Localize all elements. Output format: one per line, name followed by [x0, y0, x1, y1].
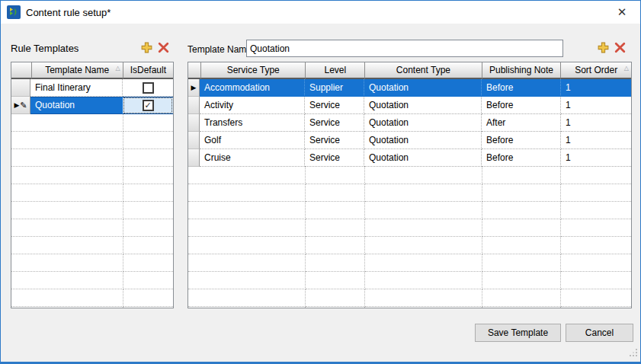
rule-templates-grid: Template Name △ IsDefault Final Itinerar…: [11, 62, 174, 308]
template-name-cell[interactable]: Quotation: [30, 97, 123, 114]
title-bar: Content rule setup* ✕: [1, 1, 640, 24]
column-header-sort-order[interactable]: Sort Order △: [561, 62, 631, 79]
column-header-level[interactable]: Level: [306, 62, 365, 79]
empty-row: [11, 307, 173, 308]
sort-order-cell[interactable]: 1: [561, 114, 631, 132]
publishing-note-cell[interactable]: Before: [482, 149, 561, 167]
level-cell[interactable]: Service: [305, 149, 364, 167]
empty-row: [188, 289, 631, 307]
column-header-label: Level: [324, 65, 346, 75]
content-rule-setup-dialog: Content rule setup* ✕ Rule Templates Tem…: [0, 0, 641, 364]
empty-row: [11, 114, 173, 132]
resize-grip[interactable]: [630, 349, 638, 359]
row-header[interactable]: [11, 79, 30, 97]
table-row-golf[interactable]: Golf Service Quotation Before 1: [188, 132, 631, 149]
empty-row: [11, 149, 173, 167]
publishing-note-cell[interactable]: Before: [482, 97, 561, 114]
column-header-publishing-note[interactable]: Publishing Note: [482, 62, 562, 79]
template-name-label: Template Name:: [187, 44, 254, 55]
empty-row: [11, 132, 173, 149]
content-type-cell[interactable]: Quotation: [364, 97, 482, 114]
row-header[interactable]: ▶: [188, 79, 200, 97]
row-selector-header: [11, 62, 32, 79]
current-row-icon: ▶: [191, 85, 197, 91]
service-type-cell[interactable]: Accommodation: [200, 79, 305, 97]
publishing-note-cell[interactable]: After: [482, 114, 561, 132]
isdefault-cell[interactable]: ✓: [123, 79, 173, 97]
save-template-button[interactable]: Save Template: [475, 324, 561, 342]
add-rule-icon[interactable]: [597, 41, 610, 54]
empty-row: [11, 237, 173, 254]
table-row-activity[interactable]: Activity Service Quotation Before 1: [188, 97, 631, 114]
service-type-cell[interactable]: Golf: [200, 132, 305, 149]
sort-order-cell[interactable]: 1: [561, 97, 631, 114]
edit-pencil-icon: ✎: [20, 101, 27, 110]
level-cell[interactable]: Service: [305, 97, 364, 114]
add-template-icon[interactable]: [140, 41, 153, 54]
column-header-label: IsDefault: [130, 65, 166, 75]
empty-row: [188, 184, 631, 202]
content-rules-grid-header: Service Type Level Content Type Publishi…: [188, 62, 631, 79]
empty-row: [11, 202, 173, 219]
service-type-cell[interactable]: Activity: [200, 97, 305, 114]
publishing-note-cell[interactable]: Before: [482, 79, 561, 97]
content-type-cell[interactable]: Quotation: [364, 132, 482, 149]
rule-templates-grid-header: Template Name △ IsDefault: [11, 62, 173, 79]
empty-row: [188, 237, 631, 254]
column-header-label: Content Type: [396, 65, 450, 75]
column-header-label: Publishing Note: [489, 65, 553, 75]
column-header-template-name[interactable]: Template Name △: [32, 62, 123, 79]
row-header[interactable]: ▶ ✎: [11, 97, 30, 114]
sort-ascending-icon: △: [624, 65, 629, 72]
delete-template-icon[interactable]: [157, 41, 170, 54]
row-header[interactable]: [188, 97, 200, 114]
publishing-note-cell[interactable]: Before: [482, 132, 561, 149]
row-header[interactable]: [188, 114, 200, 132]
row-header[interactable]: [188, 132, 200, 149]
content-type-cell[interactable]: Quotation: [364, 149, 482, 167]
column-header-service-type[interactable]: Service Type: [201, 62, 306, 79]
isdefault-checkbox[interactable]: ✓: [143, 100, 154, 111]
sort-order-cell[interactable]: 1: [561, 79, 631, 97]
level-cell[interactable]: Service: [305, 114, 364, 132]
empty-row: [11, 272, 173, 289]
service-type-cell[interactable]: Transfers: [200, 114, 305, 132]
close-icon[interactable]: ✕: [611, 4, 633, 21]
template-name-cell[interactable]: Final Itinerary: [30, 79, 123, 97]
row-header[interactable]: [188, 149, 200, 167]
sort-order-cell[interactable]: 1: [561, 132, 631, 149]
level-cell[interactable]: Supplier: [305, 79, 364, 97]
cancel-button[interactable]: Cancel: [566, 324, 633, 342]
content-type-cell[interactable]: Quotation: [364, 114, 482, 132]
empty-row: [188, 167, 631, 184]
table-row-quotation[interactable]: ▶ ✎ Quotation ✓: [11, 97, 173, 114]
table-row-transfers[interactable]: Transfers Service Quotation After 1: [188, 114, 631, 132]
window-title: Content rule setup*: [26, 7, 111, 18]
empty-row: [188, 254, 631, 272]
content-type-cell[interactable]: Quotation: [364, 79, 482, 97]
table-row-cruise[interactable]: Cruise Service Quotation Before 1: [188, 149, 631, 167]
column-header-content-type[interactable]: Content Type: [365, 62, 482, 79]
app-logo-icon: [7, 5, 21, 19]
content-rules-grid: Service Type Level Content Type Publishi…: [187, 62, 632, 308]
empty-row: [188, 202, 631, 219]
empty-row: [188, 219, 631, 237]
level-cell[interactable]: Service: [305, 132, 364, 149]
empty-row: [11, 254, 173, 272]
table-row-final-itinerary[interactable]: Final Itinerary ✓: [11, 79, 173, 97]
sort-ascending-icon: △: [115, 65, 120, 72]
column-header-label: Sort Order: [575, 65, 617, 75]
delete-rule-icon[interactable]: [614, 41, 627, 54]
service-type-cell[interactable]: Cruise: [200, 149, 305, 167]
template-name-input[interactable]: [246, 40, 563, 57]
table-row-accommodation[interactable]: ▶ Accommodation Supplier Quotation Befor…: [188, 79, 631, 97]
column-header-label: Service Type: [227, 65, 280, 75]
empty-row: [188, 307, 631, 308]
empty-row: [11, 219, 173, 237]
sort-order-cell[interactable]: 1: [561, 149, 631, 167]
isdefault-cell[interactable]: ✓: [123, 97, 173, 114]
rule-templates-label: Rule Templates: [11, 43, 79, 54]
empty-row: [11, 184, 173, 202]
isdefault-checkbox[interactable]: ✓: [143, 82, 154, 94]
column-header-isdefault[interactable]: IsDefault: [123, 62, 173, 79]
